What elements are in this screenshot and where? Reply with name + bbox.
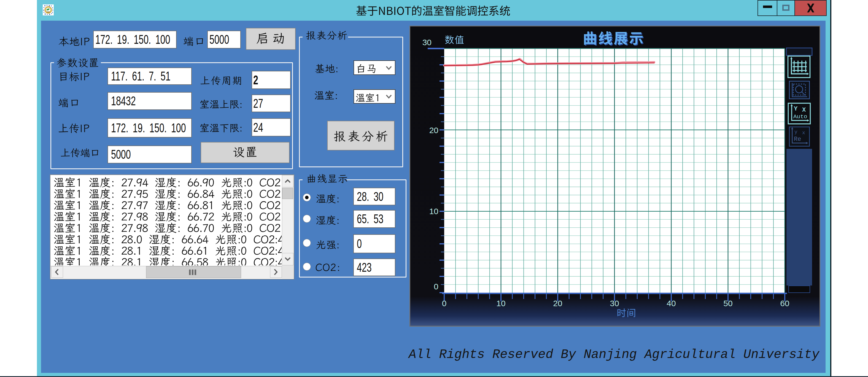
svg-text:Re: Re: [794, 136, 801, 143]
svg-text:y: y: [795, 129, 798, 135]
svg-text:10: 10: [496, 299, 505, 308]
svg-text:10: 10: [429, 207, 438, 216]
svg-text:30: 30: [610, 299, 619, 308]
svg-text:30: 30: [423, 38, 432, 47]
svg-text:0: 0: [434, 282, 438, 291]
svg-text:60: 60: [780, 299, 789, 308]
svg-text:0: 0: [442, 299, 447, 308]
svg-text:Auto: Auto: [793, 114, 807, 120]
svg-text:X: X: [802, 107, 806, 114]
svg-text:x: x: [802, 130, 805, 135]
svg-text:20: 20: [553, 299, 562, 308]
svg-text:Y: Y: [794, 105, 798, 113]
svg-text:50: 50: [723, 299, 733, 308]
svg-text:40: 40: [666, 299, 676, 308]
svg-text:20: 20: [429, 126, 438, 135]
